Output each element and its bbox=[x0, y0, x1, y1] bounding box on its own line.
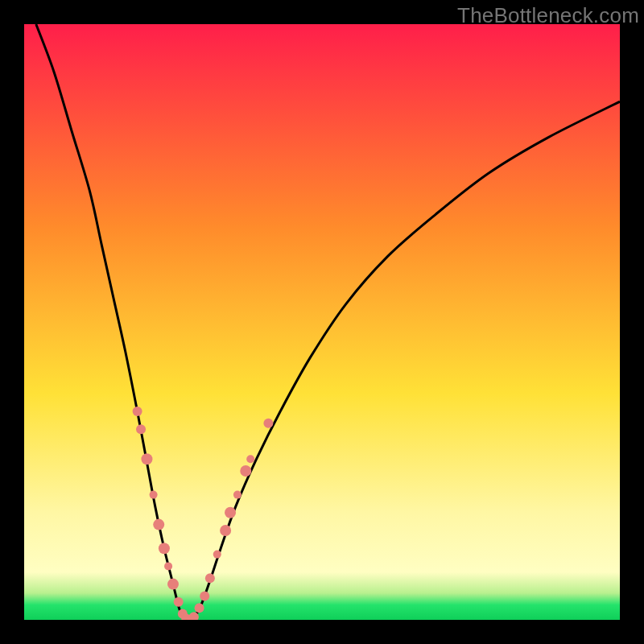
data-marker bbox=[213, 551, 221, 559]
watermark-text: TheBottleneck.com bbox=[457, 3, 639, 28]
data-marker bbox=[141, 453, 152, 464]
data-marker bbox=[174, 597, 184, 607]
data-marker bbox=[133, 407, 142, 416]
right-curve bbox=[192, 101, 620, 620]
data-marker bbox=[167, 579, 179, 590]
data-marker bbox=[240, 465, 251, 477]
data-marker bbox=[153, 519, 164, 530]
data-marker bbox=[220, 525, 231, 536]
curve-layer bbox=[24, 24, 620, 620]
data-marker bbox=[164, 562, 172, 570]
data-marker bbox=[195, 603, 204, 613]
data-marker bbox=[263, 419, 273, 428]
data-marker bbox=[136, 424, 146, 434]
data-marker bbox=[150, 491, 158, 499]
data-marker bbox=[225, 507, 236, 518]
marker-group bbox=[133, 407, 274, 620]
data-marker bbox=[205, 573, 215, 583]
data-marker bbox=[200, 591, 209, 601]
data-marker bbox=[233, 491, 242, 499]
data-marker bbox=[246, 455, 254, 463]
data-marker bbox=[159, 543, 170, 554]
plot-area bbox=[24, 24, 620, 620]
left-curve bbox=[36, 24, 184, 620]
chart-frame: TheBottleneck.com bbox=[0, 0, 644, 644]
